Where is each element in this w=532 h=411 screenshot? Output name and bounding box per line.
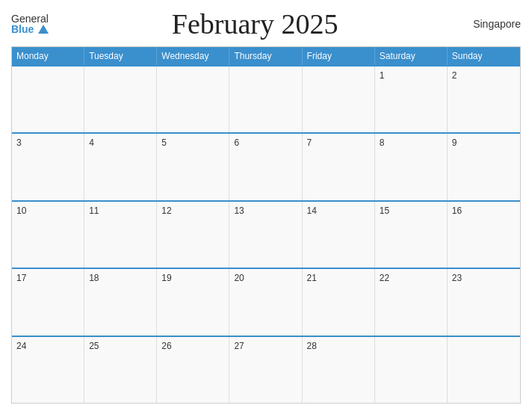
day-cell-7[interactable]: 7 (303, 134, 375, 200)
weeks-container: 1 2 3 4 5 6 7 8 9 10 11 12 13 14 15 16 (12, 65, 520, 403)
day-cell-4[interactable]: 4 (84, 134, 157, 200)
day-cell-21[interactable]: 21 (303, 269, 375, 335)
header: General Blue February 2025 Singapore (11, 7, 521, 40)
week-row-1: 1 2 (12, 65, 520, 132)
day-cell-10[interactable]: 10 (12, 202, 84, 268)
day-cell-24[interactable]: 24 (12, 337, 84, 403)
day-cell-1[interactable]: 1 (375, 67, 448, 132)
day-cell-17[interactable]: 17 (12, 269, 84, 335)
day-cell-5[interactable]: 5 (157, 134, 229, 200)
header-saturday: Saturday (375, 47, 448, 65)
day-cell-18[interactable]: 18 (84, 269, 157, 335)
day-cell-2[interactable]: 2 (448, 67, 520, 132)
day-cell-27[interactable]: 27 (229, 337, 302, 403)
day-cell-6[interactable]: 6 (229, 134, 302, 200)
day-cell-22[interactable]: 22 (375, 269, 448, 335)
day-cell-15[interactable]: 15 (375, 202, 448, 268)
day-cell-3[interactable]: 3 (12, 134, 84, 200)
header-tuesday: Tuesday (84, 47, 157, 65)
day-cell[interactable] (84, 67, 157, 132)
calendar-grid: Monday Tuesday Wednesday Thursday Friday… (11, 46, 521, 404)
day-cell-28[interactable]: 28 (303, 337, 375, 403)
header-thursday: Thursday (229, 47, 302, 65)
day-cell-11[interactable]: 11 (84, 202, 157, 268)
day-cell-13[interactable]: 13 (229, 202, 302, 268)
day-cell[interactable] (229, 67, 302, 132)
day-cell-12[interactable]: 12 (157, 202, 229, 268)
week-row-5: 24 25 26 27 28 (12, 336, 520, 403)
header-monday: Monday (12, 47, 84, 65)
day-cell[interactable] (375, 337, 448, 403)
week-row-2: 3 4 5 6 7 8 9 (12, 132, 520, 200)
location-label: Singapore (461, 18, 521, 30)
header-wednesday: Wednesday (157, 47, 229, 65)
logo-blue-text: Blue (11, 24, 49, 34)
day-cell-16[interactable]: 16 (448, 202, 520, 268)
day-cell-25[interactable]: 25 (84, 337, 157, 403)
logo-triangle-icon (38, 25, 49, 34)
day-cell-19[interactable]: 19 (157, 269, 229, 335)
calendar-wrapper: General Blue February 2025 Singapore Mon… (0, 0, 532, 411)
day-cell-8[interactable]: 8 (375, 134, 448, 200)
day-cell[interactable] (12, 67, 84, 132)
day-cell-9[interactable]: 9 (448, 134, 520, 200)
header-sunday: Sunday (448, 47, 520, 65)
day-cell[interactable] (157, 67, 229, 132)
calendar-title: February 2025 (49, 7, 461, 40)
week-row-3: 10 11 12 13 14 15 16 (12, 200, 520, 268)
day-cell[interactable] (303, 67, 375, 132)
week-row-4: 17 18 19 20 21 22 23 (12, 268, 520, 335)
day-cell-26[interactable]: 26 (157, 337, 229, 403)
logo: General Blue (11, 13, 49, 34)
day-headers: Monday Tuesday Wednesday Thursday Friday… (12, 47, 520, 65)
day-cell-14[interactable]: 14 (303, 202, 375, 268)
logo-general-text: General (11, 13, 49, 24)
header-friday: Friday (303, 47, 375, 65)
day-cell-23[interactable]: 23 (448, 269, 520, 335)
day-cell-20[interactable]: 20 (229, 269, 302, 335)
day-cell[interactable] (448, 337, 520, 403)
